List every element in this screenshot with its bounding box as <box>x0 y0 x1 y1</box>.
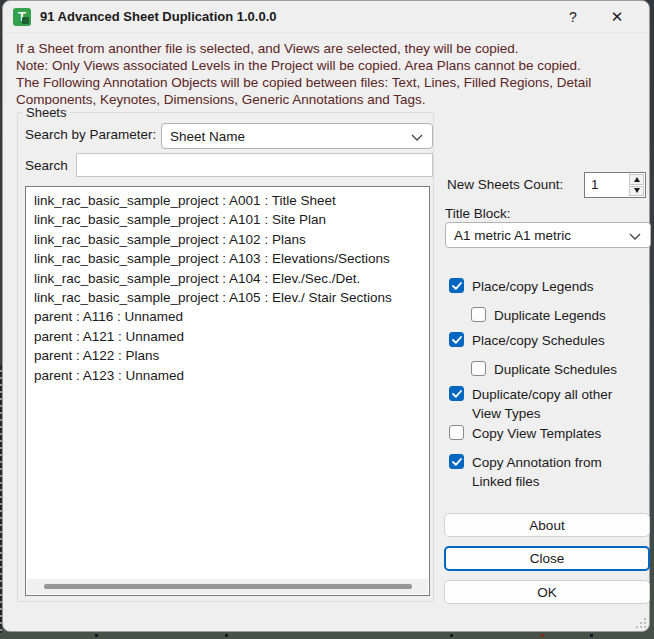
checkbox-place-copy-schedules[interactable]: Place/copy Schedules <box>449 331 605 350</box>
parameter-dropdown-value: Sheet Name <box>170 129 245 144</box>
title-block-label: Title Block: <box>445 206 511 221</box>
parameter-dropdown[interactable]: Sheet Name <box>161 123 433 149</box>
checkbox-label: Place/copy Legends <box>472 277 594 296</box>
sheet-list-item[interactable]: link_rac_basic_sample_project : A001 : T… <box>26 191 429 210</box>
resize-grip[interactable] <box>636 618 646 628</box>
checkbox-label: Copy View Templates <box>472 424 601 443</box>
checkbox-label: Duplicate Schedules <box>494 360 617 379</box>
checkbox-duplicate-legends[interactable]: Duplicate Legends <box>471 306 606 325</box>
title-block-dropdown[interactable]: A1 metric A1 metric <box>445 222 651 248</box>
horizontal-scrollbar[interactable] <box>27 579 428 594</box>
checkbox-duplicate-copy-all-other-view-types[interactable]: Duplicate/copy all other View Types <box>449 385 612 423</box>
window-title: 91 Advanced Sheet Duplication 1.0.0.0 <box>40 9 277 24</box>
screen: T 91 Advanced Sheet Duplication 1.0.0.0 … <box>0 0 654 639</box>
sheet-list[interactable]: link_rac_basic_sample_project : A001 : T… <box>25 186 430 596</box>
chevron-down-icon <box>629 233 641 240</box>
sheet-list-item[interactable]: link_rac_basic_sample_project : A101 : S… <box>26 210 429 229</box>
new-sheets-count-stepper[interactable]: 1 <box>584 172 646 198</box>
stepper-up-icon[interactable] <box>629 174 644 185</box>
sheet-list-item[interactable]: link_rac_basic_sample_project : A104 : E… <box>26 269 429 288</box>
intro-line: The Following Annotation Objects will be… <box>16 74 644 91</box>
taskbar-speck <box>450 634 453 637</box>
checked-checkbox-icon <box>449 332 464 347</box>
sheet-list-item[interactable]: parent : A121 : Unnamed <box>26 327 429 346</box>
search-input[interactable] <box>76 153 433 177</box>
checkbox-duplicate-schedules[interactable]: Duplicate Schedules <box>471 360 617 379</box>
title-block-dropdown-value: A1 metric A1 metric <box>454 228 571 243</box>
intro-line: Components, Keynotes, Dimensions, Generi… <box>16 91 644 108</box>
scrollbar-thumb[interactable] <box>44 584 412 589</box>
taskbar-speck <box>590 634 593 637</box>
taskbar-speck <box>541 634 544 637</box>
sheet-list-item[interactable]: parent : A116 : Unnamed <box>26 307 429 326</box>
intro-line: If a Sheet from anonther file is selecte… <box>16 40 644 57</box>
search-by-parameter-label: Search by Parameter: <box>25 127 156 142</box>
taskbar-speck <box>225 634 228 637</box>
checkbox-label: Place/copy Schedules <box>472 331 605 350</box>
checkbox-label: Copy Annotation from Linked files <box>472 453 602 491</box>
sheet-list-item[interactable]: link_rac_basic_sample_project : A105 : E… <box>26 288 429 307</box>
new-sheets-count-value: 1 <box>585 173 628 197</box>
about-button[interactable]: About <box>444 513 650 537</box>
new-sheets-count-label: New Sheets Count: <box>447 177 563 192</box>
sheet-list-item[interactable]: link_rac_basic_sample_project : A103 : E… <box>26 249 429 268</box>
checkbox-label: Duplicate/copy all other View Types <box>472 385 612 423</box>
checkbox-copy-view-templates[interactable]: Copy View Templates <box>449 424 601 443</box>
unchecked-checkbox-icon <box>471 361 486 376</box>
ok-button[interactable]: OK <box>444 580 650 604</box>
checked-checkbox-icon <box>449 278 464 293</box>
unchecked-checkbox-icon <box>471 307 486 322</box>
close-window-icon[interactable]: ✕ <box>597 1 637 33</box>
checkbox-label: Duplicate Legends <box>494 306 606 325</box>
search-label: Search <box>25 158 68 173</box>
sheets-group-label: Sheets <box>23 105 69 120</box>
help-button[interactable]: ? <box>553 1 593 33</box>
unchecked-checkbox-icon <box>449 425 464 440</box>
stepper-down-icon[interactable] <box>629 186 644 197</box>
sheet-list-item[interactable]: parent : A122 : Plans <box>26 346 429 365</box>
close-button[interactable]: Close <box>444 546 650 571</box>
intro-line: Note: Only Views associated Levels in th… <box>16 57 644 74</box>
action-buttons: AboutCloseOK <box>444 513 650 604</box>
checkbox-place-copy-legends[interactable]: Place/copy Legends <box>449 277 594 296</box>
taskbar-speck <box>95 634 98 637</box>
dialog-window: T 91 Advanced Sheet Duplication 1.0.0.0 … <box>2 0 650 632</box>
checkbox-copy-annotation-from-linked-files[interactable]: Copy Annotation from Linked files <box>449 453 602 491</box>
checked-checkbox-icon <box>449 454 464 469</box>
sheet-list-item[interactable]: link_rac_basic_sample_project : A102 : P… <box>26 230 429 249</box>
title-bar[interactable]: T 91 Advanced Sheet Duplication 1.0.0.0 … <box>3 1 649 33</box>
app-icon: T <box>13 8 31 26</box>
checked-checkbox-icon <box>449 386 464 401</box>
intro-text: If a Sheet from anonther file is selecte… <box>16 40 644 108</box>
chevron-down-icon <box>411 134 423 141</box>
sheet-list-item[interactable]: parent : A123 : Unnamed <box>26 366 429 385</box>
